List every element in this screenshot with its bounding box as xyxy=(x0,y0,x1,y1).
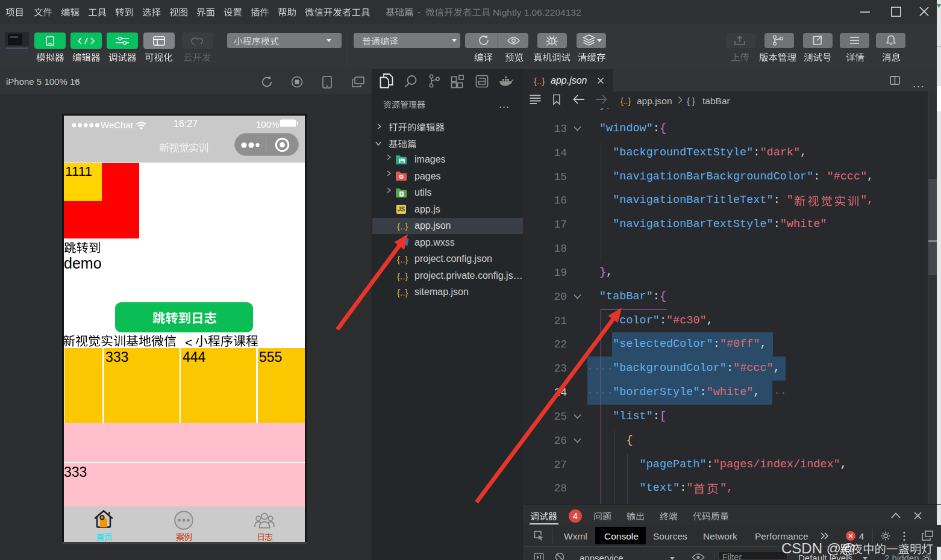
svg-text:WeChat: WeChat xyxy=(101,121,134,129)
